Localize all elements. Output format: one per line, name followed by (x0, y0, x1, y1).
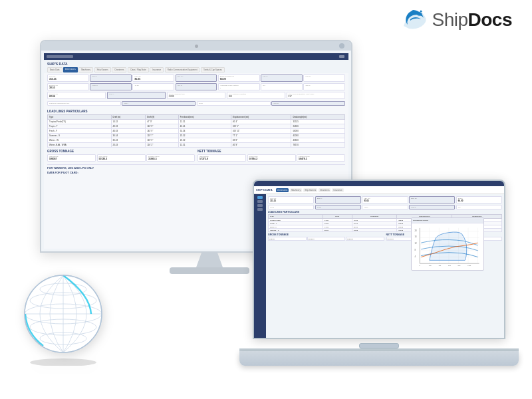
nett-tonnage-title: NETT TONNAGE (198, 150, 345, 153)
tab-charterers[interactable]: Charterers (112, 67, 126, 72)
laptop-app-header (254, 181, 504, 186)
load-lines-title: LOAD LINES PARTICULARS (47, 110, 345, 113)
laptop-data-row-1: LOA (m) 315.25 326' 9" LBP (m) 85.05 (268, 196, 502, 203)
tab-ship-owners[interactable]: Ship Owners (94, 67, 111, 72)
lp-input-2[interactable]: 301' 11" (409, 196, 455, 203)
loa-cell: LOA (m) 315.25 (47, 74, 89, 82)
logo: Ship Docs (398, 7, 512, 33)
lp-cell-5: 15.85 (362, 205, 408, 209)
hydrostatic-chart: Hydrostatic Curves (411, 217, 484, 271)
tab-basic-data[interactable]: Basic Data (47, 67, 63, 72)
bottom-sections: FOR TANKERS, LNG AND LPG ONLY DATA FOR P… (44, 163, 348, 176)
table-row: Summer - S 36.54 119' 7" 23.52 77' 1" 42… (48, 134, 345, 138)
sidebar-item-3[interactable] (257, 204, 263, 207)
svg-point-1 (30, 358, 96, 366)
lp-cell-6: N/A (456, 205, 502, 209)
sidebar-item-4[interactable] (257, 208, 263, 211)
gt-intl: International 598367 (47, 154, 96, 162)
cell-r2-6: N/A (261, 83, 303, 90)
logo-ship: Ship (432, 9, 467, 31)
nt-intl: International 57372.8 (198, 154, 246, 162)
monitor-stand (170, 253, 249, 274)
svg-text:20: 20 (415, 229, 418, 232)
app-header-bar (44, 53, 348, 60)
cell-r3-1: Breadth (m) 22.04 (47, 92, 106, 99)
data-row-4: Draft Full Displacement (m) 25.64 25.00 … (47, 101, 345, 106)
tab-radio[interactable]: Radio Communication Equipment (165, 67, 200, 72)
laptop-tab-owners[interactable]: Ship Owners (303, 188, 317, 192)
logo-docs: Docs (468, 9, 512, 31)
lp-cell-4: 30.55 (268, 205, 314, 209)
col-deadweight: Deadweight(mt) (291, 115, 345, 120)
tab-class[interactable]: Class / Flag State (128, 67, 149, 72)
lp-input-1[interactable]: 326' 9" (315, 196, 361, 203)
nett-tonnage: NETT TONNAGE International 57372.8 Suez … (198, 150, 345, 162)
cell-r4-2[interactable]: 25.64 (122, 101, 196, 106)
lp-input-4[interactable]: 119' 0" (409, 205, 455, 209)
cell-7: 140.15 (303, 74, 345, 82)
laptop-tab-insurance[interactable]: Insurance (332, 188, 343, 192)
sidebar-item-1[interactable] (257, 196, 263, 199)
cell-r4-3: 25.00 (197, 101, 271, 106)
laptop-load-lines-title: LOAD LINES PARTICULARS (268, 211, 502, 213)
cell-r3-3: Block Coefficient (Cb) 0.838 (167, 92, 225, 99)
cell-r2-7: 400' 9" (303, 83, 345, 90)
svg-text:100k: 100k (467, 265, 471, 267)
nt-panama: Panama Canal 56478.1 (297, 154, 345, 162)
lbp-cell: LBP (m) 85.05 (132, 74, 174, 82)
col-type: Type (48, 115, 112, 120)
laptop-gross-tonnage: GROSS TONNAGE 598367 50136.2 31645.5 (268, 233, 384, 241)
app-tabs: Basic Data Dimensions Machinery Ship Own… (47, 67, 345, 72)
tab-machinery[interactable]: Machinery (78, 67, 93, 72)
laptop-app-title: SHIP'S DATA (256, 188, 273, 192)
laptop-app: SHIP'S DATA Dimensions Machinery Ship Ow… (254, 181, 504, 338)
cell-r4-1: Draft Full Displacement (m) (47, 101, 121, 106)
laptop-app-body: LOA (m) 315.25 326' 9" LBP (m) 85.05 (254, 194, 504, 338)
lp-cell-1: LOA (m) 315.25 (268, 196, 314, 203)
globe-decoration (13, 266, 120, 372)
lbp-input[interactable]: 301' 11" (176, 74, 217, 82)
table-row: Tropical Fresh(TF) 14.52 47' 9" 12.31 40… (48, 120, 345, 124)
laptop-screen: SHIP'S DATA Dimensions Machinery Ship Ow… (253, 180, 505, 339)
data-row-3: Breadth (m) 22.04 140' 7" Block Coeffici… (47, 92, 345, 99)
beam-input[interactable]: 210' 0" (261, 74, 303, 82)
monitor-top-bar (41, 41, 351, 51)
col-freeboard: Freeboard(mm) (178, 115, 231, 120)
gross-tonnage-grid: International 598367 Suez Canal 50136.2 … (47, 154, 195, 162)
laptop-sidebar (254, 194, 266, 338)
tab-tanks[interactable]: Tanks & Cgo Spaces (201, 67, 225, 72)
monitor-camera (195, 45, 198, 48)
tonnage-section: GROSS TONNAGE International 598367 Suez … (44, 148, 348, 163)
laptop-tab-charterers[interactable]: Charterers (319, 188, 331, 192)
laptop-tab-dimensions[interactable]: Dimensions (276, 188, 289, 192)
gross-tonnage-title: GROSS TONNAGE (47, 150, 195, 153)
cell-5: Beam Moulded (m) 64.00 (218, 74, 260, 82)
breadth-input[interactable]: 1148' 9" (90, 83, 132, 90)
laptop: SHIP'S DATA Dimensions Machinery Ship Ow… (239, 180, 519, 379)
tab-insurance[interactable]: Insurance (150, 67, 164, 72)
loa-input[interactable]: 326' 9" (90, 74, 132, 82)
laptop-touchpad[interactable] (359, 343, 399, 348)
sidebar-item-2[interactable] (257, 200, 263, 203)
cell-r3-2[interactable]: 140' 7" (107, 92, 166, 99)
header: Ship Docs (332, 0, 532, 40)
svg-text:12: 12 (415, 242, 418, 245)
load-lines-table: Type Draft (m) Draft (ft) Freeboard(mm) … (47, 114, 345, 148)
gt-suez: Suez Canal 50136.2 (97, 154, 146, 162)
tab-dimensions[interactable]: Dimensions (63, 67, 78, 72)
gt-panama: Panama Canal 31645.5 (146, 154, 195, 162)
table-row: Fresh - F 44.63 143' 9" 55.34 100' 11" 5… (48, 129, 345, 134)
pilot-card-title: DATA FOR PILOT CARD: (47, 171, 345, 174)
cell-r2-3: 15.85 (132, 83, 174, 90)
laptop-tab-machinery[interactable]: Machinery (290, 188, 302, 192)
cell-r3-4: TPC Summer Condition 168 (227, 92, 285, 99)
cell-r4-4[interactable]: 150.30 (271, 101, 345, 106)
ships-data-title: SHIP'S DATA (47, 62, 345, 66)
lp-input-3[interactable]: 1148' (315, 205, 361, 209)
nett-tonnage-grid: International 57372.8 Suez Canal 50784.2… (198, 154, 345, 162)
cell-r2-5: Amidships Cross Section - (218, 83, 260, 90)
col-displacement: Displacement (mt) (231, 115, 291, 120)
load-lines-section: LOAD LINES PARTICULARS Type Draft (m) Dr… (44, 109, 348, 148)
cell-r2-4[interactable]: 119' 0" (176, 83, 217, 90)
data-row-2: Breadth (m) 30.55 1148' 9" 15.85 119' 0" (47, 83, 345, 90)
